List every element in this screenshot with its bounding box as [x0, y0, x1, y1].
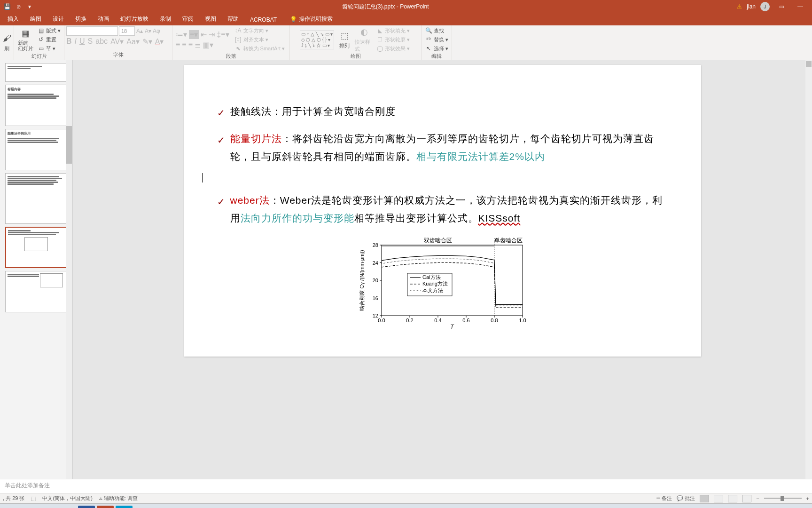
- font-color-icon[interactable]: A▾: [155, 37, 164, 46]
- user-avatar[interactable]: J: [760, 2, 770, 11]
- quick-styles-button[interactable]: ◐快速样式: [355, 26, 374, 53]
- slide-thumb-selected[interactable]: [5, 227, 67, 268]
- section-button[interactable]: ▭节 ▾: [36, 44, 62, 53]
- bullets-icon[interactable]: ≔▾: [176, 30, 187, 39]
- find-button[interactable]: 🔍查找: [423, 26, 450, 35]
- editor-scroll-up[interactable]: [806, 61, 812, 67]
- word-icon[interactable]: W: [78, 506, 95, 508]
- tab-acrobat[interactable]: ACROBAT: [244, 14, 282, 25]
- justify-icon[interactable]: ≣: [195, 40, 201, 49]
- strikethrough-icon[interactable]: S: [88, 37, 93, 46]
- align-left-icon[interactable]: ≡: [176, 40, 180, 49]
- tab-design[interactable]: 设计: [47, 13, 70, 25]
- decrease-font-icon[interactable]: A▾: [144, 27, 152, 35]
- slide-count[interactable]: , 共 29 张: [3, 495, 24, 502]
- reading-view-icon[interactable]: [728, 495, 737, 502]
- edge-icon[interactable]: ◉: [40, 506, 57, 508]
- slide-canvas[interactable]: ✓ 接触线法：用于计算全齿宽啮合刚度 ✓ 能量切片法：将斜齿轮沿齿宽方向离散为一…: [184, 65, 701, 357]
- increase-font-icon[interactable]: A▴: [136, 27, 143, 35]
- tab-record[interactable]: 录制: [154, 13, 177, 25]
- slide-thumb[interactable]: 能量法举例应用: [5, 129, 67, 170]
- matlab-icon[interactable]: ▲: [59, 506, 76, 508]
- select-button[interactable]: ↖选择 ▾: [423, 44, 450, 53]
- zoom-out-icon[interactable]: −: [756, 496, 759, 501]
- numbering-icon[interactable]: ≡▾: [189, 30, 199, 39]
- thumbs-scroll-handle[interactable]: [66, 126, 72, 164]
- slide-thumb[interactable]: 标题内容: [5, 85, 67, 126]
- slide-thumb[interactable]: [5, 271, 67, 312]
- editor-scrollbar[interactable]: [805, 60, 812, 479]
- kisssoft-icon[interactable]: K: [116, 506, 133, 508]
- language-status[interactable]: 中文(简体，中国大陆): [42, 495, 92, 502]
- tab-review[interactable]: 审阅: [177, 13, 199, 25]
- shape-outline-button[interactable]: ☐形状轮廓 ▾: [375, 35, 411, 44]
- calculator-icon[interactable]: 🖩: [22, 506, 39, 508]
- thumbs-scrollbar[interactable]: [66, 60, 72, 479]
- bullet-weber[interactable]: ✓ weber法：Weber法是轮齿变形计算的权威方法之一，该方法把轮齿视为真实…: [217, 191, 668, 227]
- sorter-view-icon[interactable]: [714, 495, 723, 502]
- ribbon-display-icon[interactable]: ▭: [774, 0, 789, 13]
- font-family-combo[interactable]: [66, 26, 118, 36]
- columns-icon[interactable]: ▥▾: [203, 40, 213, 49]
- slideshow-view-icon[interactable]: [742, 495, 751, 502]
- app-icon[interactable]: ◐: [134, 506, 151, 508]
- touch-icon[interactable]: ⎚: [14, 2, 23, 11]
- underline-icon[interactable]: U: [79, 37, 85, 46]
- bold-icon[interactable]: B: [66, 37, 72, 46]
- clear-format-icon[interactable]: Aφ: [153, 27, 160, 35]
- decrease-indent-icon[interactable]: ⇤: [201, 30, 207, 39]
- shadow-icon[interactable]: abc: [95, 37, 108, 46]
- notes-pane[interactable]: 单击此处添加备注: [0, 479, 812, 493]
- tab-help[interactable]: 帮助: [222, 13, 244, 25]
- task-view-icon[interactable]: ⊞: [3, 506, 20, 508]
- layout-button[interactable]: ▤版式 ▾: [36, 26, 62, 35]
- normal-view-icon[interactable]: [700, 495, 709, 502]
- tab-slideshow[interactable]: 幻灯片放映: [115, 13, 154, 25]
- align-text-button[interactable]: [‡]对齐文本 ▾: [233, 35, 286, 44]
- reset-button[interactable]: ↺重置: [36, 35, 62, 44]
- arrange-button[interactable]: ⬚排列: [335, 30, 354, 49]
- align-center-icon[interactable]: ≡: [182, 40, 186, 49]
- text-direction-button[interactable]: ↕A文字方向 ▾: [233, 26, 286, 35]
- char-spacing-icon[interactable]: AV▾: [110, 37, 124, 46]
- notes-toggle[interactable]: ≐ 备注: [656, 495, 672, 502]
- line-spacing-icon[interactable]: ‡≡▾: [217, 30, 229, 39]
- explorer-icon[interactable]: 📁: [153, 506, 170, 508]
- align-right-icon[interactable]: ≡: [188, 40, 193, 49]
- comments-toggle[interactable]: 💬 批注: [677, 495, 695, 502]
- save-icon[interactable]: 💾: [3, 2, 11, 11]
- zoom-slider[interactable]: [764, 498, 802, 499]
- powerpoint-icon[interactable]: P: [97, 506, 114, 508]
- shapes-gallery[interactable]: ▭ ○ △ ╲ ↘ ▭ ▾ ◇ ⬠ △ ⬡ { } ▾ ⤴ ⤵ ╲ ↘ ☆ ▭ …: [300, 30, 335, 49]
- slide-thumb[interactable]: [5, 173, 67, 224]
- zoom-in-icon[interactable]: +: [806, 496, 809, 501]
- smartart-button[interactable]: ⬉转换为 SmartArt ▾: [233, 44, 286, 53]
- warning-icon[interactable]: ⚠: [737, 3, 742, 10]
- tab-insert[interactable]: 插入: [2, 13, 24, 25]
- bullet-energy-slice[interactable]: ✓ 能量切片法：将斜齿轮沿齿宽方向离散为一系列等厚的齿轮切片，每个齿轮切片可视为…: [217, 130, 668, 183]
- italic-icon[interactable]: I: [75, 37, 77, 46]
- accessibility-status[interactable]: ஃ 辅助功能: 调查: [99, 495, 138, 502]
- minimize-icon[interactable]: —: [793, 0, 807, 13]
- tab-draw[interactable]: 绘图: [24, 13, 47, 25]
- bullet-contact-line[interactable]: ✓ 接触线法：用于计算全齿宽啮合刚度: [217, 103, 668, 121]
- slide-thumb[interactable]: [5, 63, 67, 82]
- tell-me-search[interactable]: 💡 操作说明搜索: [286, 13, 336, 25]
- spell-check-icon[interactable]: ⬚: [31, 495, 36, 501]
- increase-indent-icon[interactable]: ⇥: [209, 30, 215, 39]
- font-size-combo[interactable]: 18: [119, 26, 135, 36]
- qat-dropdown-icon[interactable]: ▾: [25, 2, 34, 11]
- svg-text:T: T: [450, 324, 454, 330]
- chart-mesh-stiffness[interactable]: 0.00.20.40.60.81.01216202428双齿啮合区单齿啮合区Ca…: [358, 236, 527, 330]
- replace-button[interactable]: ᵃᵇ替换 ▾: [423, 35, 450, 44]
- change-case-icon[interactable]: Aa▾: [126, 37, 140, 46]
- tab-view[interactable]: 视图: [199, 13, 222, 25]
- shape-fill-button[interactable]: ◣形状填充 ▾: [375, 26, 411, 35]
- tab-animation[interactable]: 动画: [92, 13, 115, 25]
- zoom-handle[interactable]: [781, 496, 784, 501]
- highlight-icon[interactable]: ✎▾: [142, 37, 152, 46]
- tab-transition[interactable]: 切换: [70, 13, 92, 25]
- new-slide-button[interactable]: ▦新建 幻灯片: [16, 28, 35, 51]
- shape-effects-button[interactable]: ◯形状效果 ▾: [375, 44, 411, 53]
- user-name[interactable]: jian: [747, 3, 756, 10]
